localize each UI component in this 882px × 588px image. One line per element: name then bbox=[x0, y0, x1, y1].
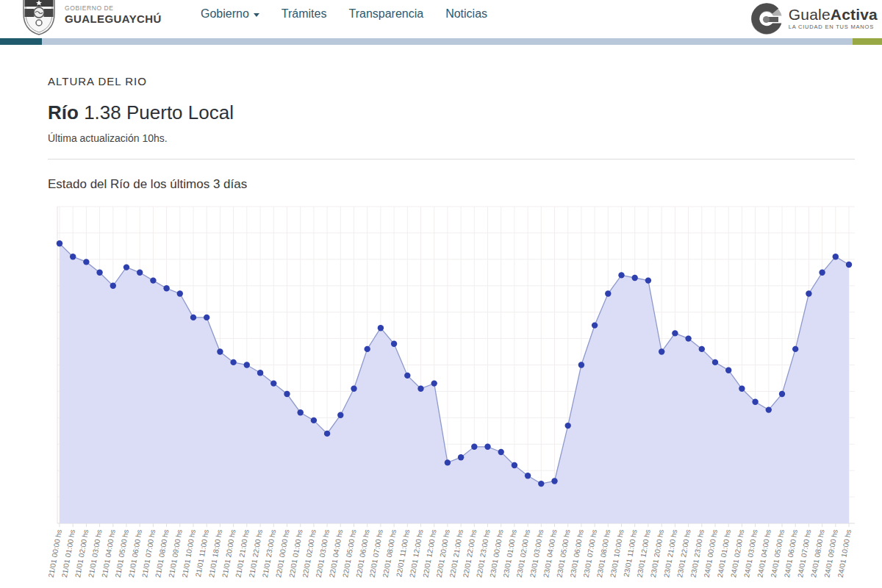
river-value: 1.38 bbox=[84, 101, 121, 123]
nav-gobierno-label: Gobierno bbox=[201, 7, 249, 21]
gualeactiva-g-icon bbox=[750, 2, 784, 36]
nav-transparencia-label: Transparencia bbox=[348, 7, 423, 21]
gualeactiva-logo[interactable]: GualeActiva LA CIUDAD EN TUS MANOS bbox=[750, 2, 878, 36]
nav-noticias-label: Noticias bbox=[445, 7, 487, 21]
accent-bar-teal bbox=[0, 38, 42, 45]
gualeactiva-tagline: LA CIUDAD EN TUS MANOS bbox=[789, 24, 878, 30]
gov-logo-text: GOBIERNO DE GUALEGUAYCHÚ bbox=[65, 5, 162, 26]
accent-bar bbox=[0, 38, 882, 45]
main-nav: Gobierno Trámites Transparencia Noticias bbox=[201, 7, 487, 21]
river-level-chart[interactable]: 21/01 00:00 hs21/01 01:00 hs21/01 02:00 … bbox=[0, 197, 882, 588]
divider bbox=[48, 159, 855, 159]
nav-item-transparencia[interactable]: Transparencia bbox=[348, 7, 423, 21]
nav-item-noticias[interactable]: Noticias bbox=[445, 7, 487, 21]
gualeactiva-text: GualeActiva LA CIUDAD EN TUS MANOS bbox=[789, 2, 878, 30]
gov-small-text: GOBIERNO DE bbox=[65, 5, 162, 12]
chart-heading: Estado del Río de los últimos 3 días bbox=[48, 177, 247, 192]
river-label: Río bbox=[48, 101, 79, 123]
last-update-text: Última actualización 10hs. bbox=[48, 132, 168, 144]
river-current-value: Río 1.38 Puerto Local bbox=[48, 101, 234, 124]
page-title: ALTURA DEL RIO bbox=[48, 75, 147, 87]
accent-bar-blue bbox=[42, 38, 853, 45]
accent-bar-olive bbox=[853, 38, 882, 45]
chevron-down-icon bbox=[254, 13, 259, 17]
gualeactiva-name: GualeActiva bbox=[789, 6, 878, 23]
nav-item-tramites[interactable]: Trámites bbox=[282, 7, 327, 21]
site-header: GOBIERNO DE GUALEGUAYCHÚ Gobierno Trámit… bbox=[0, 0, 882, 38]
shield-crest-icon bbox=[20, 0, 58, 37]
gov-name-text: GUALEGUAYCHÚ bbox=[65, 13, 162, 26]
nav-tramites-label: Trámites bbox=[282, 7, 327, 21]
nav-item-gobierno[interactable]: Gobierno bbox=[201, 7, 259, 21]
gov-logo[interactable] bbox=[20, 0, 58, 40]
river-location: Puerto Local bbox=[126, 101, 234, 123]
svg-text:24/01 10:00 hs: 24/01 10:00 hs bbox=[836, 528, 853, 578]
